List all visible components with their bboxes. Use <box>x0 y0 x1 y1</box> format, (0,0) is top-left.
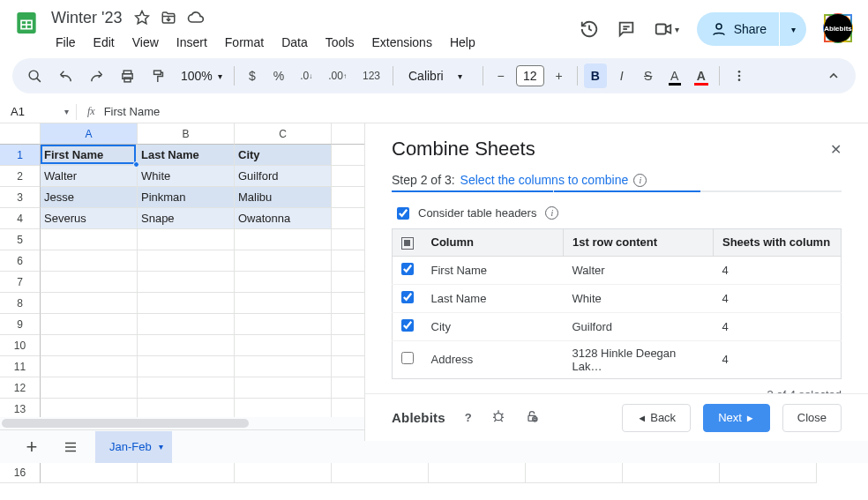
cloud-status-icon[interactable] <box>187 9 205 26</box>
cell-A10[interactable] <box>41 335 138 356</box>
row-header-1[interactable]: 1 <box>0 145 41 166</box>
column-row[interactable]: Address 3128 Hinkle Deegan Lak… 4 <box>393 340 842 378</box>
sheet-tab-active[interactable]: Jan-Feb▾ <box>95 431 172 463</box>
zoom-select[interactable]: 100% ▾ <box>176 69 228 83</box>
cell-A5[interactable] <box>41 229 138 250</box>
more-toolbar-icon[interactable] <box>726 63 752 88</box>
row-header-16[interactable]: 16 <box>0 462 41 483</box>
cell-C16[interactable] <box>235 462 332 483</box>
menu-edit[interactable]: Edit <box>86 32 123 53</box>
undo-icon[interactable] <box>52 63 79 88</box>
cell-C6[interactable] <box>235 250 332 272</box>
meet-icon[interactable]: ▾ <box>654 19 679 39</box>
move-icon[interactable] <box>161 9 176 26</box>
cell-A16[interactable] <box>41 462 138 483</box>
cell-B16[interactable] <box>138 462 235 483</box>
cell-B6[interactable] <box>138 250 235 272</box>
cell-C4[interactable]: Owatonna <box>235 208 332 229</box>
document-title[interactable]: Winter '23 <box>48 9 125 27</box>
help-icon[interactable]: ? <box>465 411 472 424</box>
row-header-9[interactable]: 9 <box>0 314 41 335</box>
row-header-6[interactable]: 6 <box>0 250 41 272</box>
cell-E16[interactable] <box>429 462 526 483</box>
col-header-B[interactable]: B <box>138 123 235 145</box>
cell-A6[interactable] <box>41 250 138 272</box>
lock-icon[interactable] <box>525 409 539 426</box>
sheets-logo[interactable] <box>12 5 41 41</box>
cell-C8[interactable] <box>235 293 332 314</box>
collapse-toolbar-icon[interactable] <box>820 63 847 88</box>
col-header-A[interactable]: A <box>41 123 138 145</box>
cell-C1[interactable]: City <box>235 145 332 166</box>
paint-format-icon[interactable] <box>145 63 172 88</box>
column-row[interactable]: Last Name White 4 <box>393 284 842 312</box>
increase-decimal-icon[interactable]: .00↑ <box>322 63 353 88</box>
percent-icon[interactable]: % <box>267 63 290 88</box>
add-sheet-icon[interactable]: + <box>18 433 46 461</box>
format-123-button[interactable]: 123 <box>356 63 386 88</box>
star-icon[interactable] <box>134 9 150 26</box>
row-header-12[interactable]: 12 <box>0 377 41 399</box>
cell-B8[interactable] <box>138 293 235 314</box>
column-checkbox[interactable] <box>401 352 414 364</box>
row-header-11[interactable]: 11 <box>0 356 41 377</box>
cell-B4[interactable]: Snape <box>138 208 235 229</box>
cell-B12[interactable] <box>138 377 235 399</box>
info-icon[interactable]: i <box>545 206 558 220</box>
column-checkbox[interactable] <box>401 319 414 332</box>
share-dropdown[interactable]: ▾ <box>780 12 806 46</box>
name-box[interactable]: A1▾ <box>4 105 76 118</box>
font-size-input[interactable]: 12 <box>516 65 544 86</box>
cell-A7[interactable] <box>41 272 138 293</box>
menu-view[interactable]: View <box>124 32 167 53</box>
cell-B11[interactable] <box>138 356 235 377</box>
cell-B2[interactable]: White <box>138 166 235 187</box>
consider-headers-checkbox[interactable] <box>397 207 409 220</box>
cell-A8[interactable] <box>41 293 138 314</box>
bold-button[interactable]: B <box>584 63 607 88</box>
redo-icon[interactable] <box>83 63 110 88</box>
column-checkbox[interactable] <box>401 291 414 303</box>
row-header-10[interactable]: 10 <box>0 335 41 356</box>
strike-button[interactable]: S <box>637 63 660 88</box>
italic-button[interactable]: I <box>610 63 633 88</box>
account-avatar[interactable]: Ablebits <box>824 14 854 44</box>
cell-H16[interactable] <box>720 462 817 483</box>
fill-color-button[interactable]: A <box>690 63 713 88</box>
row-header-8[interactable]: 8 <box>0 293 41 314</box>
next-button[interactable]: Next► <box>703 404 770 432</box>
formula-bar[interactable]: First Name <box>104 105 161 118</box>
cell-A4[interactable]: Severus <box>41 208 138 229</box>
row-header-5[interactable]: 5 <box>0 229 41 250</box>
cell-C9[interactable] <box>235 314 332 335</box>
cell-C2[interactable]: Guilford <box>235 166 332 187</box>
row-header-2[interactable]: 2 <box>0 166 41 187</box>
cell-B9[interactable] <box>138 314 235 335</box>
cell-A11[interactable] <box>41 356 138 377</box>
cell-B1[interactable]: Last Name <box>138 145 235 166</box>
menu-insert[interactable]: Insert <box>168 32 215 53</box>
cell-F16[interactable] <box>526 462 623 483</box>
decrease-decimal-icon[interactable]: .0↓ <box>294 63 318 88</box>
increase-font-icon[interactable]: + <box>548 63 571 88</box>
search-icon[interactable] <box>21 63 49 88</box>
close-icon[interactable]: ✕ <box>830 141 842 158</box>
decrease-font-icon[interactable]: − <box>490 63 513 88</box>
close-button[interactable]: Close <box>782 404 842 432</box>
th-column better[interactable]: Column <box>423 229 564 257</box>
cell-G16[interactable] <box>623 462 720 483</box>
text-color-button[interactable]: A <box>663 63 686 88</box>
font-select[interactable]: Calibri▾ <box>400 69 476 83</box>
history-icon[interactable] <box>580 19 599 39</box>
column-row[interactable]: City Guilford 4 <box>393 312 842 340</box>
cell-A1[interactable]: First Name <box>41 145 138 166</box>
cell-C12[interactable] <box>235 377 332 399</box>
print-icon[interactable] <box>114 63 141 88</box>
cell-B7[interactable] <box>138 272 235 293</box>
cell-C10[interactable] <box>235 335 332 356</box>
th-first-row[interactable]: 1st row content <box>564 229 714 257</box>
menu-help[interactable]: Help <box>442 32 483 53</box>
cell-A12[interactable] <box>41 377 138 399</box>
back-button[interactable]: ◄Back <box>622 404 691 432</box>
th-sheets[interactable]: Sheets with column <box>714 229 842 257</box>
